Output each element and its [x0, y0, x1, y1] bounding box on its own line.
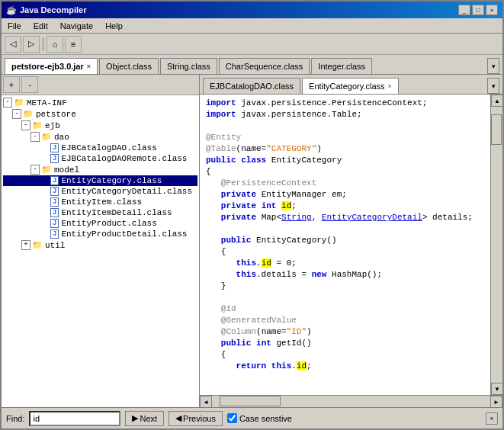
find-input[interactable] [29, 411, 120, 426]
file-icon-entityproduct: J [50, 219, 59, 228]
previous-button[interactable]: ◀ Previous [169, 411, 223, 426]
code-tab-entitycategory[interactable]: EntityCategory.class × [302, 78, 399, 94]
outer-tab-bar: petstore-ejb3.0.jar × Object.class Strin… [2, 55, 502, 75]
tree-collapse-button[interactable]: - [21, 76, 38, 93]
tab-string-label: String.class [167, 62, 210, 71]
expand-icon-metainf[interactable]: - [3, 98, 12, 108]
tree-label-entitycategorydetail: EntityCategoryDetail.class [61, 187, 192, 196]
code-line: import javax.persistence.Table; [206, 109, 484, 120]
tree-node-entityproductdetail[interactable]: J EntityProductDetail.class [3, 229, 197, 239]
tab-integer[interactable]: Integer.class [311, 58, 372, 74]
folder-icon-model: 📁 [41, 165, 52, 175]
tab-object[interactable]: Object.class [99, 58, 159, 74]
file-icon-ejbcatalogdao: J [50, 143, 59, 152]
tree-label-ejbcatalogdao: EJBCatalogDAO.class [61, 143, 156, 152]
folder-icon-util: 📁 [32, 240, 43, 250]
case-sensitive-checkbox[interactable] [227, 413, 237, 423]
scroll-up-button[interactable]: ▲ [491, 95, 502, 107]
next-button[interactable]: ▶ Next [125, 411, 164, 426]
code-tab-more[interactable]: ▾ [487, 78, 499, 94]
tree-node-entityitem[interactable]: J EntityItem.class [3, 197, 197, 207]
tree-node-ejbcatalogdaoremote[interactable]: J EJBCatalogDAORemote.class [3, 153, 197, 164]
tree-node-entitycategorydetail[interactable]: J EntityCategoryDetail.class [3, 186, 197, 197]
tree-node-model[interactable]: - 📁 model [3, 164, 197, 175]
next-icon: ▶ [132, 413, 138, 423]
code-line: private Map<String, EntityCategoryDetail… [206, 212, 484, 223]
file-icon-entityproductdetail: J [50, 229, 59, 239]
tree-node-ejbcatalogdao[interactable]: J EJBCatalogDAO.class [3, 143, 197, 153]
tree-node-metainf[interactable]: - 📁 META-INF [3, 97, 197, 108]
code-line: { [206, 349, 484, 361]
tab-string[interactable]: String.class [160, 58, 217, 74]
maximize-button[interactable]: □ [472, 5, 484, 15]
menu-edit[interactable]: Edit [30, 21, 51, 31]
code-line: @GeneratedValue [206, 315, 484, 326]
tree-label-entityitemdetail: EntityItemDetail.class [61, 208, 172, 217]
tree-node-entityitemdetail[interactable]: J EntityItemDetail.class [3, 207, 197, 218]
vertical-scrollbar: ▲ ▼ [490, 95, 502, 395]
tree-node-ejb[interactable]: - 📁 ejb [3, 120, 197, 131]
find-close-button[interactable]: × [486, 412, 498, 425]
folder-icon-dao: 📁 [41, 132, 52, 142]
code-line [206, 120, 484, 132]
code-line: @Table(name="CATEGORY") [206, 143, 484, 155]
forward-button[interactable]: ▷ [23, 36, 40, 53]
tab-more-button[interactable]: ▾ [487, 58, 499, 74]
tab-charsequence-label: CharSequence.class [226, 62, 303, 71]
code-line: private int id; [206, 201, 484, 212]
tree-panel: + - - 📁 META-INF - 📁 petstore [2, 75, 200, 407]
scroll-thumb[interactable] [491, 114, 502, 145]
code-line: @PersistenceContext [206, 178, 484, 189]
tab-jar[interactable]: petstore-ejb3.0.jar × [5, 58, 98, 74]
menu-help[interactable]: Help [102, 21, 126, 31]
expand-icon-util[interactable]: + [21, 240, 30, 250]
expand-icon-ejb[interactable]: - [21, 120, 30, 130]
expand-icon-petstore[interactable]: - [12, 109, 21, 119]
code-scroll-wrapper: import javax.persistence.PersistenceCont… [200, 95, 502, 395]
code-line: public class EntityCategory [206, 155, 484, 166]
home-button[interactable]: ⌂ [47, 36, 63, 53]
tab-jar-close[interactable]: × [87, 63, 91, 70]
expand-icon-model[interactable]: - [30, 165, 40, 175]
scroll-down-button[interactable]: ▼ [491, 383, 502, 395]
close-button[interactable]: × [486, 5, 498, 15]
folder-icon-metainf: 📁 [14, 98, 24, 108]
app-title: Java Decompiler [20, 5, 86, 14]
tree-node-entitycategory[interactable]: J EntityCategory.class [3, 175, 197, 186]
menu-file[interactable]: File [5, 21, 24, 31]
tree-toolbar: + - [2, 75, 199, 95]
expand-icon-dao[interactable]: - [30, 132, 40, 142]
code-tab-entitycategory-close[interactable]: × [388, 82, 392, 90]
file-icon-entityitemdetail: J [50, 208, 59, 217]
tree-label-petstore: petstore [36, 110, 76, 119]
code-tab-ejbcatalogdao[interactable]: EJBCatalogDAO.class [203, 78, 300, 94]
tree-label-ejbcatalogdaoremote: EJBCatalogDAORemote.class [61, 154, 187, 163]
menu-button[interactable]: ≡ [65, 36, 82, 53]
tree-label-ejb: ejb [45, 121, 60, 130]
folder-icon-petstore: 📁 [23, 109, 34, 119]
tree-node-util[interactable]: + 📁 util [3, 239, 197, 251]
tree-node-dao[interactable]: - 📁 dao [3, 131, 197, 143]
code-tab-bar: EJBCatalogDAO.class EntityCategory.class… [200, 75, 502, 95]
tree-node-entityproduct[interactable]: J EntityProduct.class [3, 218, 197, 229]
code-line: @Id [206, 303, 484, 315]
tree-node-petstore[interactable]: - 📁 petstore [3, 108, 197, 120]
code-content[interactable]: import javax.persistence.PersistenceCont… [200, 95, 490, 395]
code-line: this.details = new HashMap(); [206, 269, 484, 281]
minimize-button[interactable]: _ [458, 5, 470, 15]
menu-navigate[interactable]: Navigate [57, 21, 96, 31]
title-bar: ☕ Java Decompiler _ □ × [2, 2, 502, 18]
hscroll-thumb[interactable] [220, 396, 281, 406]
tab-jar-label: petstore-ejb3.0.jar [11, 62, 84, 71]
prev-label: Previous [183, 414, 216, 423]
folder-icon-ejb: 📁 [32, 120, 43, 130]
scroll-left-button[interactable]: ◄ [200, 396, 212, 407]
tab-charsequence[interactable]: CharSequence.class [219, 58, 310, 74]
menu-bar: File Edit Navigate Help [2, 18, 502, 34]
scroll-right-button[interactable]: ► [490, 396, 502, 407]
tab-integer-label: Integer.class [318, 62, 365, 71]
back-button[interactable]: ◁ [5, 36, 21, 53]
tree-label-entitycategory: EntityCategory.class [61, 176, 162, 185]
app-icon: ☕ [6, 5, 17, 15]
tree-expand-button[interactable]: + [3, 76, 20, 93]
